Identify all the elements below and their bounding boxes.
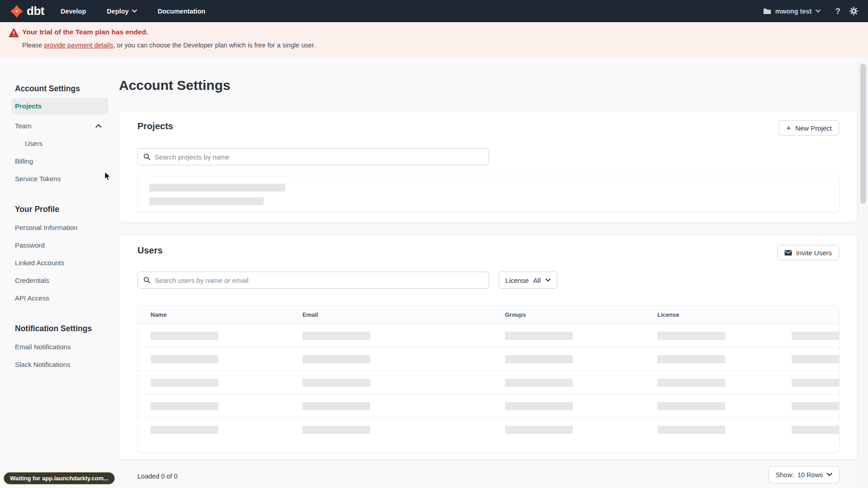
nav-develop[interactable]: Develop <box>61 8 86 15</box>
dbt-logo[interactable]: dbt <box>10 4 44 18</box>
banner-message: Please provide payment details, or you c… <box>22 42 316 49</box>
skeleton-bar <box>149 184 285 192</box>
show-label: Show: <box>776 471 794 479</box>
column-header-license: License <box>657 306 679 324</box>
show-value: 10 Rows <box>797 471 823 479</box>
sidebar-item-linked-accounts[interactable]: Linked Accounts <box>11 254 108 272</box>
chevron-down-icon <box>545 278 551 282</box>
chevron-down-icon <box>816 9 821 13</box>
sidebar-item-email-notifications[interactable]: Email Notifications <box>11 338 108 356</box>
table-row-skeleton <box>138 394 839 418</box>
app-root: dbt Develop Deploy Documentation mwong t… <box>0 0 868 488</box>
projects-search-input[interactable] <box>155 153 483 161</box>
users-search-input[interactable] <box>155 277 483 284</box>
sidebar-item-team[interactable]: Team <box>11 117 108 135</box>
envelope-icon <box>784 250 792 256</box>
users-search <box>137 272 489 289</box>
chevron-down-icon <box>132 9 137 13</box>
new-project-button[interactable]: + New Project <box>779 120 839 136</box>
payment-details-link[interactable]: provide payment details <box>44 42 113 49</box>
chevron-up-icon <box>95 124 102 128</box>
projects-loading-skeleton <box>137 176 840 212</box>
users-card-title: Users <box>137 245 163 256</box>
nav-deploy[interactable]: Deploy <box>107 8 137 15</box>
users-table: Name Email Groups License <box>137 305 840 453</box>
table-row-skeleton <box>138 418 839 441</box>
nav-right: mwong test ? <box>763 6 858 16</box>
account-name: mwong test <box>775 8 812 15</box>
sidebar-item-slack-notifications[interactable]: Slack Notifications <box>11 356 108 373</box>
brand-text: dbt <box>27 4 44 18</box>
projects-card-title: Projects <box>137 121 173 131</box>
folder-icon <box>763 8 771 14</box>
projects-search <box>137 148 489 165</box>
account-switcher[interactable]: mwong test <box>763 8 821 15</box>
invite-users-button[interactable]: Invite Users <box>777 245 839 260</box>
dbt-logo-icon <box>10 5 24 18</box>
users-table-header: Name Email Groups License <box>138 306 839 324</box>
scrollbar-thumb[interactable] <box>860 64 866 204</box>
trial-ended-banner: Your trial of the Team plan has ended. P… <box>0 22 868 57</box>
sidebar-heading-notification-settings: Notification Settings <box>11 324 108 334</box>
search-icon <box>143 153 151 160</box>
projects-card: Projects + New Project <box>119 111 857 223</box>
license-filter-dropdown[interactable]: License All <box>499 272 557 289</box>
settings-gear-icon[interactable] <box>849 7 858 15</box>
table-row-skeleton <box>138 371 839 394</box>
page-title: Account Settings <box>119 78 231 93</box>
help-icon[interactable]: ? <box>835 6 840 16</box>
table-row-skeleton <box>138 347 839 371</box>
license-filter-value: All <box>533 277 541 284</box>
nav-documentation[interactable]: Documentation <box>158 8 206 15</box>
top-nav: dbt Develop Deploy Documentation mwong t… <box>0 0 868 22</box>
sidebar-heading-account-settings: Account Settings <box>11 84 108 94</box>
settings-sidebar: Account Settings Projects Team Users Bil… <box>11 84 108 373</box>
plus-icon: + <box>786 124 791 132</box>
warning-icon <box>9 28 19 38</box>
mouse-cursor <box>104 172 111 181</box>
sidebar-item-api-access[interactable]: API Access <box>11 289 108 307</box>
chevron-down-icon <box>826 473 832 477</box>
sidebar-item-service-tokens[interactable]: Service Tokens <box>11 170 108 188</box>
nav-links: Develop Deploy Documentation <box>61 8 205 15</box>
column-header-name: Name <box>151 306 166 324</box>
sidebar-item-projects[interactable]: Projects <box>11 98 108 114</box>
sidebar-item-personal-information[interactable]: Personal Information <box>11 219 108 236</box>
sidebar-item-password[interactable]: Password <box>11 236 108 254</box>
sidebar-item-billing[interactable]: Billing <box>11 152 108 170</box>
banner-title: Your trial of the Team plan has ended. <box>22 28 148 36</box>
license-filter-label: License <box>505 277 529 284</box>
table-row-skeleton <box>138 324 839 347</box>
sidebar-heading-your-profile: Your Profile <box>11 205 108 215</box>
skeleton-bar <box>149 197 264 205</box>
loaded-status: Loaded 0 of 0 <box>137 473 178 480</box>
search-icon <box>143 277 151 284</box>
sidebar-item-credentials[interactable]: Credentials <box>11 272 108 289</box>
users-card: Users Invite Users License All Name Emai… <box>119 235 857 460</box>
browser-status-tooltip: Waiting for app.launchdarkly.com... <box>4 472 115 484</box>
column-header-email: Email <box>302 306 318 324</box>
column-header-groups: Groups <box>505 306 526 324</box>
sidebar-item-users[interactable]: Users <box>11 135 108 152</box>
scrollbar-track[interactable] <box>858 57 868 488</box>
rows-per-page-dropdown[interactable]: Show: 10 Rows <box>769 466 840 483</box>
